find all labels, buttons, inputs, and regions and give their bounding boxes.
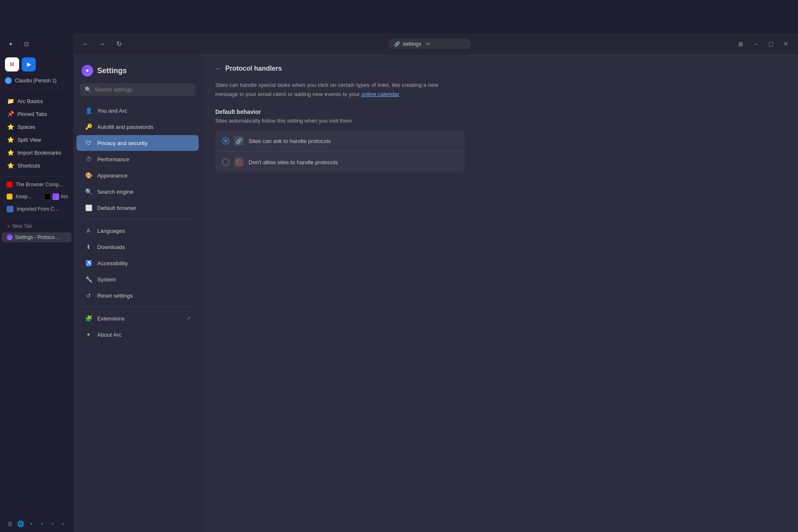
pinned-tab-meets[interactable]: ▶ [22, 57, 36, 71]
split-view-button[interactable]: ⊞ [735, 38, 746, 50]
sidebar-item-pinned-tabs[interactable]: 📌 Pinned Tabs [2, 108, 71, 120]
extensions-label: Extensions [97, 315, 125, 322]
sidebar-divider-3 [5, 217, 68, 218]
accessibility-icon: ♿ [85, 259, 92, 267]
tab-keep[interactable]: Keep... [5, 192, 42, 201]
restore-button[interactable]: ◻ [765, 38, 776, 50]
new-tab-label: New Tab [12, 223, 32, 229]
search-icon: 🔍 [85, 86, 91, 93]
key-icon: 🔑 [85, 123, 92, 131]
accessibility-label: Accessibility [97, 260, 128, 266]
extensions-icon: 🧩 [85, 315, 92, 322]
close-button[interactable]: ✕ [780, 38, 791, 50]
sidebar-item-spaces[interactable]: ⭐ Spaces [2, 121, 71, 133]
settings-page-title: Settings [97, 66, 127, 75]
split-view-label: Split View [17, 137, 41, 143]
folder-icon: 📁 [7, 97, 14, 105]
shortcuts-icon: ⭐ [7, 162, 14, 169]
settings-nav-performance[interactable]: ⏱ Performance [76, 151, 199, 167]
tab-x[interactable] [44, 193, 51, 200]
allow-protocols-icon: 🔗 [234, 136, 244, 145]
tab-browser-company[interactable]: The Browser Comp... [2, 180, 71, 190]
about-arc-label: About Arc [97, 332, 122, 338]
shield-icon: 🛡 [85, 139, 92, 147]
performance-label: Performance [97, 156, 129, 163]
imported-folder[interactable]: Imported From C... [2, 204, 71, 214]
back-button[interactable]: ← [80, 38, 91, 50]
external-link-icon: ↗ [187, 316, 190, 321]
radio-allow-selected[interactable] [222, 137, 229, 145]
navigation-bar: ← → ↻ 🔗 settings ⇌ ⊞ – ◻ ✕ [73, 33, 798, 55]
autofill-label: Autofill and passwords [97, 124, 153, 130]
settings-nav-default-browser[interactable]: ⬜ Default browser [76, 200, 199, 216]
settings-nav-languages[interactable]: A Languages [76, 223, 199, 239]
settings-nav-you-and-arc[interactable]: 👤 You and Arc [76, 103, 199, 118]
profile-row[interactable]: Claudiu (Person 1) [0, 74, 73, 87]
settings-nav-sidebar: ✦ Settings 🔍 Search settings 👤 You and A… [73, 55, 202, 532]
tab-arc[interactable] [52, 193, 59, 200]
settings-nav-reset[interactable]: ↺ Reset settings [76, 288, 199, 303]
settings-nav-divider-2 [81, 307, 194, 307]
import-icon: ⭐ [7, 149, 14, 156]
search-placeholder: Search settings [95, 86, 132, 93]
arc-logo-icon[interactable]: ✦ [5, 38, 17, 50]
settings-tab-favicon [7, 234, 12, 240]
settings-nav-extensions[interactable]: 🧩 Extensions ↗ [76, 310, 199, 326]
dot1-icon: • [26, 519, 36, 529]
browser-window: ✦ ⊡ M ▶ Claudiu (Person 1) 📁 Arc Basics … [0, 33, 798, 532]
settings-nav-accessibility[interactable]: ♿ Accessibility [76, 255, 199, 271]
settings-nav-search-engine[interactable]: 🔍 Search engine [76, 184, 199, 200]
protocol-back-header[interactable]: ← Protocol handlers [215, 65, 785, 72]
forward-button[interactable]: → [96, 38, 108, 50]
download-icon: ⬇ [85, 243, 92, 251]
palette-icon: 🎨 [85, 172, 92, 179]
settings-nav-appearance[interactable]: 🎨 Appearance [76, 167, 199, 183]
pinned-tab-gmail[interactable]: M [5, 57, 19, 71]
sidebar-item-arc-basics[interactable]: 📁 Arc Basics [2, 95, 71, 107]
sidebar-folders: 📁 Arc Basics 📌 Pinned Tabs ⭐ Spaces ⭐ Sp… [0, 93, 73, 174]
default-behavior-subtitle: Sites automatically follow this setting … [215, 118, 785, 124]
person-icon: 👤 [85, 107, 92, 114]
top-chrome-area [0, 0, 798, 33]
settings-nav-downloads[interactable]: ⬇ Downloads [76, 239, 199, 255]
settings-nav-autofill[interactable]: 🔑 Autofill and passwords [76, 119, 199, 135]
current-tab-settings[interactable]: Settings - Protoco... [2, 232, 71, 242]
arc-label[interactable]: Arc [61, 194, 68, 200]
sidebar-item-shortcuts[interactable]: ⭐ Shortcuts [2, 159, 71, 172]
browser-sidebar: ✦ ⊡ M ▶ Claudiu (Person 1) 📁 Arc Basics … [0, 33, 73, 532]
shortcuts-label: Shortcuts [17, 163, 40, 169]
online-calendar-link[interactable]: online calendar [361, 91, 399, 97]
radio-deny-unselected[interactable] [222, 158, 229, 166]
dot2-icon: • [37, 519, 47, 529]
appearance-label: Appearance [97, 172, 128, 179]
option-deny-protocols[interactable]: 🚫 Don't allow sites to handle protocols [215, 152, 465, 172]
new-tab-button[interactable]: + New Tab [2, 221, 71, 232]
globe-bottom-icon[interactable]: 🌐 [16, 519, 26, 529]
dot3-icon: • [47, 519, 57, 529]
new-tab-sidebar-icon[interactable]: ⊡ [21, 38, 32, 50]
option-allow-protocols[interactable]: 🔗 Sites can ask to handle protocols [215, 131, 465, 152]
sidebar-item-split-view[interactable]: ⭐ Split View [2, 133, 71, 146]
url-display[interactable]: 🔗 settings ⇌ [388, 39, 471, 49]
reset-label: Reset settings [97, 293, 133, 299]
default-behavior-title: Default behavior [215, 108, 785, 115]
settings-nav-privacy[interactable]: 🛡 Privacy and security [76, 135, 199, 151]
default-browser-label: Default browser [97, 205, 137, 211]
settings-nav-system[interactable]: 🔧 System [76, 271, 199, 287]
browser-icon: ⬜ [85, 204, 92, 212]
split-view-icon: ⭐ [7, 136, 14, 143]
minimize-button[interactable]: – [750, 38, 761, 50]
sidebar-item-import-bookmarks[interactable]: ⭐ Import Bookmarks [2, 146, 71, 159]
settings-nav-about[interactable]: ✦ About Arc [76, 327, 199, 342]
link-icon: 🔗 [394, 41, 400, 47]
imported-label: Imported From C... [17, 206, 59, 212]
add-bottom-icon[interactable]: + [58, 519, 68, 529]
refresh-button[interactable]: ↻ [113, 38, 125, 50]
settings-search-box[interactable]: 🔍 Search settings [80, 83, 195, 96]
imported-folder-icon [7, 206, 13, 212]
reset-icon: ↺ [85, 292, 92, 299]
plus-icon: + [7, 223, 10, 229]
sidebar-bottom-bar: 🗑 🌐 • • • + [0, 515, 73, 532]
you-and-arc-label: You and Arc [97, 108, 127, 114]
trash-icon[interactable]: 🗑 [5, 519, 15, 529]
